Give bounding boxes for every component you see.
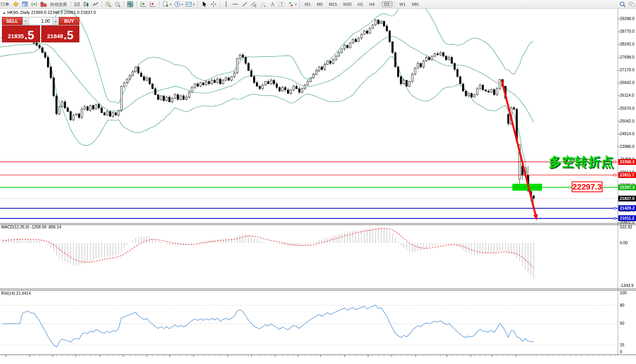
chart-window[interactable]: ▲HK50-,Daily 21999.0 22348.0 20961.0 218… <box>0 8 636 364</box>
order-ticket-icon[interactable] <box>12 0 20 8</box>
periods-clock-icon[interactable] <box>173 0 181 8</box>
buy-price-frac: .5 <box>64 29 74 41</box>
axis-ticks <box>6 19 620 357</box>
tile-windows-icon[interactable] <box>126 0 134 8</box>
price-tick-27170.0: 27170.0 <box>620 67 636 72</box>
toolbar-grip <box>136 1 138 7</box>
cursor-icon[interactable] <box>200 0 208 8</box>
turning-point-annotation[interactable]: 多空转折点 <box>549 153 614 171</box>
timeframe-w1-button[interactable]: W1 <box>397 1 409 7</box>
bollinger-bands <box>0 8 534 204</box>
rsi-axis-100: 100 <box>620 290 636 295</box>
auto-scroll-icon[interactable] <box>139 0 148 8</box>
autotrade-button[interactable]: 自动交易 <box>49 1 69 8</box>
macd-signal-line <box>3 228 534 268</box>
crosshair-icon[interactable] <box>209 0 218 8</box>
line-handle[interactable] <box>614 217 616 219</box>
sell-button[interactable]: SELL <box>2 17 22 25</box>
price-callout-box[interactable]: 22297.3 <box>572 181 602 192</box>
line-handle[interactable] <box>568 186 570 188</box>
rsi-axis-80: 80 <box>620 303 636 307</box>
signals-icon[interactable] <box>30 0 39 8</box>
dropdown-caret-icon[interactable]: ▾ <box>181 3 183 6</box>
toolbar-grip <box>299 1 300 7</box>
templates-icon[interactable] <box>185 0 193 8</box>
new-chart-icon[interactable] <box>161 0 170 8</box>
volume-increase-button[interactable]: ▲ <box>52 17 59 25</box>
price-tag-21837.0: 21837.0 <box>618 196 636 201</box>
text-icon[interactable]: A <box>268 0 277 8</box>
price-tag-22811.7: 22811.7 <box>618 172 636 178</box>
horizontal-level-lines[interactable] <box>0 161 618 220</box>
autotrade-icon[interactable] <box>39 0 48 8</box>
buy-button[interactable]: BUY <box>59 17 79 25</box>
chat-icon[interactable] <box>628 0 636 8</box>
rsi-axis-15: 15 <box>620 342 636 347</box>
timeframe-h4-button[interactable]: H4 <box>367 1 378 7</box>
market-watch-icon[interactable] <box>21 0 29 8</box>
svg-text:F: F <box>264 5 266 8</box>
trendline-icon[interactable] <box>240 0 249 8</box>
timeframe-m5-button[interactable]: M5 <box>314 1 325 7</box>
text-label-icon[interactable]: T <box>277 0 286 8</box>
timeframe-m1-button[interactable]: M1 <box>302 1 313 7</box>
price-chart-canvas[interactable] <box>0 8 636 364</box>
channel-icon[interactable]: E <box>250 0 258 8</box>
toolbar-separator <box>102 1 102 7</box>
rsi-line <box>3 305 534 347</box>
toolbar-separator <box>70 1 71 7</box>
fibonacci-icon[interactable]: F <box>259 0 267 8</box>
buy-price-display[interactable]: 21848.5 <box>41 25 79 42</box>
timeframe-m30-button[interactable]: M30 <box>341 1 354 7</box>
rsi-indicator-label: RSI(14) 21.6414 <box>1 291 31 295</box>
search-icon[interactable] <box>618 0 627 8</box>
chart-title: ▲HK50-,Daily 21999.0 22348.0 20961.0 218… <box>3 10 96 15</box>
price-tick-26642.0: 26642.0 <box>620 80 636 85</box>
zoom-out-icon[interactable] <box>113 0 122 8</box>
volume-input[interactable]: 1.00 <box>29 17 52 25</box>
macd-axis-0.00: 0.00 <box>620 240 636 245</box>
trend-arrow[interactable] <box>502 80 538 221</box>
toolbar-separator <box>379 1 380 7</box>
line-chart-icon[interactable] <box>91 0 100 8</box>
line-handle[interactable] <box>614 174 616 176</box>
toolbar-separator <box>220 1 220 7</box>
timeframe-d1-button[interactable]: D1 <box>382 1 393 7</box>
timeframe-mn-button[interactable]: MN <box>409 1 421 7</box>
macd-axis--1343.9: -1343.9 <box>620 283 636 288</box>
sell-price-display[interactable]: 21835.5 <box>2 25 40 42</box>
main-toolbar: 新订单自动交易▾▾▾EFAT▾M1M5M15M30H1H4D1W1MN <box>0 0 636 9</box>
macd-indicator-label: MACD(12,26,9) -1258.59 -806.14 <box>1 225 61 229</box>
pane-separators[interactable] <box>0 8 636 355</box>
rsi-axis-0: 0 <box>620 349 636 354</box>
timeframe-m15-button[interactable]: M15 <box>326 1 340 7</box>
price-tag-21011.2: 21011.2 <box>618 215 636 221</box>
buy-price-main: 21848 <box>47 31 63 41</box>
dropdown-caret-icon[interactable]: ▾ <box>170 3 171 6</box>
volume-control: ▼ 1.00 ▲ <box>22 17 59 25</box>
arrows-icon[interactable] <box>287 0 295 8</box>
candlesticks <box>33 19 535 201</box>
line-handle[interactable] <box>614 207 616 209</box>
bar-chart-icon[interactable] <box>73 0 81 8</box>
symbol-marker-icon: ▲ <box>3 11 6 15</box>
price-tick-25042.0: 25042.0 <box>620 119 636 123</box>
chart-shift-icon[interactable] <box>148 0 157 8</box>
support-highlight-rect[interactable] <box>512 184 542 191</box>
svg-text:A: A <box>271 2 275 7</box>
volume-decrease-button[interactable]: ▼ <box>23 17 29 25</box>
svg-text:E: E <box>255 5 257 8</box>
hline-icon[interactable] <box>231 0 240 8</box>
price-tick-27698.0: 27698.0 <box>620 55 636 59</box>
candlestick-icon[interactable] <box>82 0 91 8</box>
price-tick-26114.0: 26114.0 <box>620 93 636 97</box>
timeframe-h1-button[interactable]: H1 <box>355 1 366 7</box>
zoom-in-icon[interactable] <box>104 0 112 8</box>
dropdown-caret-icon[interactable]: ▾ <box>295 3 297 6</box>
new-order-button[interactable]: 新订单 <box>0 1 11 8</box>
toolbar-grip <box>158 1 160 7</box>
dropdown-caret-icon[interactable]: ▾ <box>193 3 195 6</box>
macd-histogram <box>3 227 534 279</box>
price-tag-23358.3: 23358.3 <box>618 159 636 165</box>
vline-icon[interactable] <box>222 0 230 8</box>
